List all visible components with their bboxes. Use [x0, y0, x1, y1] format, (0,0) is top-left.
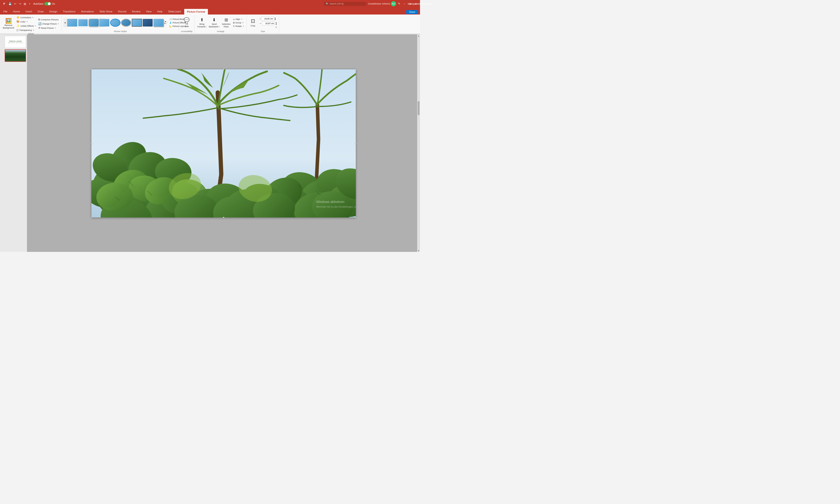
picture-style-4[interactable]	[110, 19, 120, 27]
ruler-bar	[0, 34, 420, 34]
picture-style-8[interactable]	[153, 19, 164, 27]
customize-quick-access-button[interactable]: ▾	[28, 2, 32, 6]
handle-br[interactable]	[355, 217, 356, 218]
redo-button[interactable]: ↪	[18, 2, 22, 6]
rotate-button[interactable]: ↻ Rotate ▾	[232, 24, 245, 28]
corrections-label: Corrections	[20, 16, 31, 19]
height-spinners: ▲ ▼	[274, 17, 276, 20]
group-icon: ⊞	[233, 21, 235, 24]
handle-bl[interactable]	[91, 217, 92, 218]
tab-home[interactable]: Home	[10, 8, 23, 15]
scrollbar-thumb[interactable]	[418, 101, 419, 115]
alt-text-button[interactable]: 💬 AltText	[182, 17, 191, 28]
picture-style-7[interactable]	[142, 19, 153, 27]
edit-icon[interactable]: ✎	[398, 2, 400, 5]
color-icon: 🎨	[16, 20, 20, 23]
scroll-up-arrow[interactable]: ▲	[417, 34, 420, 37]
slide-1-thumbnail[interactable]: TROPICAL LEAVES TRANSPARENT BACKGROUND	[5, 36, 26, 48]
picture-style-2[interactable]	[89, 19, 99, 27]
selection-pane-button[interactable]: ⊞ SelectionPane	[221, 17, 232, 29]
picture-style-1[interactable]	[78, 19, 88, 27]
align-button[interactable]: ⚌ Align ▾	[232, 18, 245, 21]
tab-review[interactable]: Review	[129, 8, 143, 15]
picture-style-6[interactable]	[132, 19, 142, 27]
artistic-effects-button[interactable]: ✨ Artistic Effects ▾	[16, 24, 37, 28]
tab-draw[interactable]: Draw	[35, 8, 47, 15]
arrange-small-buttons: ⚌ Align ▾ ⊞ Group ▾ ↻ Rotate ▾	[232, 18, 245, 28]
tropical-image[interactable]: Windows aktivieren Wechseln Sie zu den E…	[91, 69, 356, 218]
picture-style-0[interactable]	[67, 19, 78, 27]
user-section: Gumpelmeyer Johanna GJ	[368, 1, 396, 6]
tab-slideshow[interactable]: Slide Show	[97, 8, 115, 15]
width-input[interactable]	[262, 21, 275, 25]
corrections-button[interactable]: ☀️ Corrections ▾	[16, 15, 37, 19]
picture-style-5[interactable]	[121, 19, 131, 27]
tab-animations[interactable]: Animations	[78, 8, 97, 15]
scroll-down-arrow[interactable]: ▼	[417, 249, 420, 252]
slide-1-inner: TROPICAL LEAVES TRANSPARENT BACKGROUND	[5, 36, 26, 48]
styles-scroll-up[interactable]: ▲	[64, 19, 67, 27]
bring-forward-icon: ⬆	[200, 17, 204, 22]
height-decrease[interactable]: ▼	[274, 19, 276, 20]
scrollbar-track[interactable]	[418, 37, 419, 249]
canvas-area[interactable]: Windows aktivieren Wechseln Sie zu den E…	[27, 34, 420, 252]
quick-access-toolbar: 💾 ↩ ↪ ▤ ▾	[8, 2, 32, 6]
handle-bm[interactable]	[223, 217, 224, 218]
bring-forward-button[interactable]: ⬆ BringForward▾	[196, 17, 207, 29]
corrections-icon: ☀️	[16, 16, 20, 19]
tab-help[interactable]: Help	[154, 8, 166, 15]
tab-design[interactable]: Design	[47, 8, 60, 15]
adjust-group-content: 🖼️ RemoveBackground ☀️ Corrections ▾ 🎨 C…	[2, 15, 60, 32]
width-increase[interactable]: ▲	[275, 22, 277, 23]
size-expand-button[interactable]: ⊡	[259, 26, 277, 28]
transparency-label: Transparency	[19, 29, 32, 31]
save-button[interactable]: 💾	[8, 2, 12, 6]
accessibility-content: 💬 AltText	[182, 15, 191, 30]
autosave-toggle[interactable]	[44, 2, 51, 5]
height-increase[interactable]: ▲	[274, 17, 276, 19]
change-picture-label: Change Picture	[42, 23, 57, 25]
tab-insert[interactable]: Insert	[23, 8, 35, 15]
accessibility-group: 💬 AltText Accessibility	[179, 15, 194, 33]
send-backward-button[interactable]: ⬇ SendBackward▾	[208, 17, 221, 29]
handle-mr[interactable]	[355, 143, 356, 144]
transparency-button[interactable]: ◻ Transparency ▾	[16, 28, 37, 32]
tab-slidelizard[interactable]: SlideLizard	[165, 8, 184, 15]
slide-2-content	[5, 50, 25, 61]
slide-2-thumbnail[interactable]	[5, 49, 26, 62]
crop-button[interactable]: ⊡ Crop	[249, 18, 257, 28]
share-button[interactable]: Share	[406, 10, 418, 14]
height-input[interactable]	[261, 17, 274, 21]
tab-transitions[interactable]: Transitions	[60, 8, 78, 15]
arrange-group: ⬆ BringForward▾ ⬇ SendBackward▾ ⊞ Select…	[194, 15, 247, 33]
arrange-content: ⬆ BringForward▾ ⬇ SendBackward▾ ⊞ Select…	[196, 15, 245, 30]
tab-file[interactable]: File	[0, 8, 10, 15]
undo-button[interactable]: ↩	[13, 2, 17, 6]
accessibility-label: Accessibility	[181, 30, 192, 33]
remove-background-button[interactable]: 🖼️ RemoveBackground	[2, 18, 15, 30]
tab-record[interactable]: Record	[115, 8, 129, 15]
app-icon: P	[2, 1, 6, 6]
user-avatar: GJ	[391, 1, 396, 6]
styles-scroll-down[interactable]: ▼▾	[164, 21, 167, 24]
title-bar-left: P 💾 ↩ ↪ ▤ ▾ AutoSave On	[2, 1, 55, 6]
compress-label: Compress Pictures	[41, 18, 58, 21]
picture-style-3[interactable]	[99, 18, 109, 27]
search-box[interactable]: 🔍 Search (Alt+Q)	[324, 2, 366, 6]
reset-picture-button[interactable]: ↺ Reset Picture ▾	[37, 26, 60, 30]
change-picture-button[interactable]: 🔄 Change Picture ▾	[37, 22, 60, 26]
group-label: Group	[236, 21, 241, 24]
compress-icon: ⧉	[38, 18, 40, 21]
minimize-button[interactable]: ─	[402, 1, 407, 6]
slide-panel: 1 TROPICAL LEAVES TRANSPARENT BACKGROUND…	[0, 34, 27, 252]
group-button[interactable]: ⊞ Group ▾	[232, 21, 245, 24]
tab-picture-format[interactable]: Picture Format	[184, 8, 209, 15]
height-label: ↕	[259, 18, 261, 20]
vertical-scrollbar[interactable]: ▲ ▼	[417, 34, 420, 252]
tab-view[interactable]: View	[143, 8, 154, 15]
color-button[interactable]: 🎨 Color ▾	[16, 20, 37, 24]
rotate-icon: ↻	[233, 25, 235, 28]
width-decrease[interactable]: ▼	[275, 23, 277, 25]
compress-pictures-button[interactable]: ⧉ Compress Pictures	[37, 18, 60, 21]
presentation-mode-button[interactable]: ▤	[23, 2, 27, 6]
